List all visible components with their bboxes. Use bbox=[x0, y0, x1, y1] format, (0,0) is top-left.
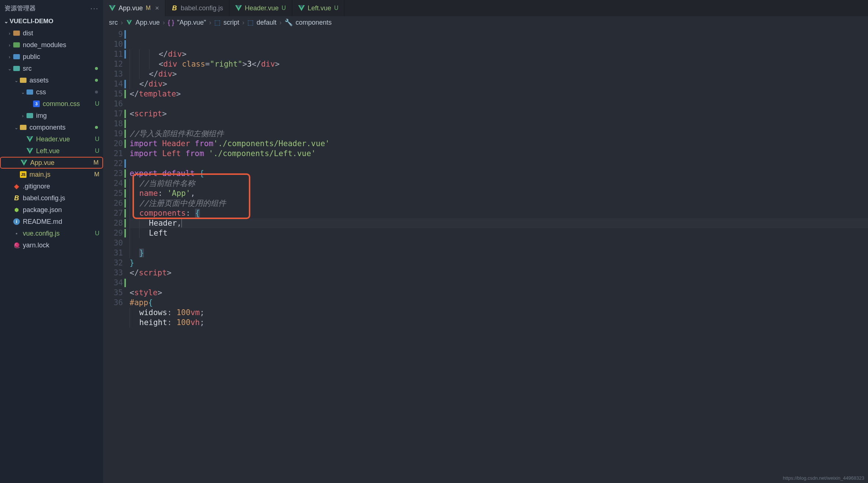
folder-green-icon bbox=[13, 41, 21, 49]
chevron-right-icon: › bbox=[209, 19, 211, 27]
vue-icon bbox=[109, 5, 116, 11]
breadcrumb[interactable]: src›App.vue›{ }"App.vue"›⬚script›⬚defaul… bbox=[103, 16, 868, 29]
tree-item[interactable]: ›img bbox=[0, 110, 103, 121]
tab-badge: U bbox=[282, 5, 286, 11]
code-line[interactable]: } bbox=[130, 248, 868, 258]
project-name-row[interactable]: ⌄ VUECLI-DEMO bbox=[0, 16, 103, 27]
code-line[interactable]: //导入头部组件和左侧组件 bbox=[130, 129, 868, 139]
folder-blue-icon bbox=[26, 88, 34, 96]
vueconf-icon: ▪ bbox=[13, 229, 21, 237]
code-line[interactable]: } bbox=[130, 258, 868, 268]
code-line[interactable]: <style> bbox=[130, 288, 868, 298]
more-icon[interactable]: ··· bbox=[90, 4, 99, 13]
code-line[interactable]: Header, bbox=[130, 218, 868, 228]
line-number: 16 bbox=[103, 99, 123, 109]
close-icon[interactable]: × bbox=[155, 4, 159, 12]
code-line[interactable]: widows: 100vm; bbox=[130, 308, 868, 318]
chevron-icon: › bbox=[7, 54, 13, 60]
code-line[interactable]: export default { bbox=[130, 169, 868, 179]
code-line[interactable] bbox=[130, 278, 868, 288]
code-area[interactable]: 9101112131415161718192021222324252627282… bbox=[103, 29, 868, 483]
code-line[interactable]: //当前组件名称 bbox=[130, 179, 868, 188]
breadcrumb-segment[interactable]: default bbox=[257, 19, 276, 27]
tree-item[interactable]: App.vueM bbox=[0, 157, 103, 169]
chevron-right-icon: › bbox=[163, 19, 165, 27]
code-line[interactable] bbox=[130, 119, 868, 129]
editor-tab[interactable]: Bbabel.config.js bbox=[165, 0, 229, 16]
tree-item[interactable]: iREADME.md bbox=[0, 216, 103, 228]
code-line[interactable]: //注册页面中使用的组件 bbox=[130, 198, 868, 208]
tree-item[interactable]: 3common.cssU bbox=[0, 98, 103, 110]
chevron-icon: › bbox=[7, 31, 13, 36]
tree-item[interactable]: ›dist bbox=[0, 27, 103, 39]
line-number: 11 bbox=[103, 49, 123, 59]
tree-label: common.css bbox=[43, 100, 95, 108]
folder-yellow-icon bbox=[19, 76, 27, 84]
code-line[interactable]: <script> bbox=[130, 109, 868, 119]
code-line[interactable] bbox=[130, 99, 868, 109]
tree-item[interactable]: ›node_modules bbox=[0, 39, 103, 51]
breadcrumb-segment[interactable]: components bbox=[296, 19, 332, 27]
tree-item[interactable]: ▪vue.config.jsU bbox=[0, 228, 103, 239]
tree-item[interactable]: 🧶yarn.lock bbox=[0, 239, 103, 251]
chevron-icon: ⌄ bbox=[7, 66, 13, 71]
line-number: 21 bbox=[103, 149, 123, 159]
line-number: 18 bbox=[103, 119, 123, 129]
breadcrumb-segment[interactable]: src bbox=[109, 19, 118, 27]
tree-item[interactable]: ⌄assets bbox=[0, 74, 103, 86]
line-number: 34 bbox=[103, 278, 123, 288]
editor-tab[interactable]: Header.vueU bbox=[229, 0, 292, 16]
code-content[interactable]: </div> <div class="right">3</div> </div>… bbox=[130, 29, 868, 483]
tree-label: package.json bbox=[23, 206, 103, 214]
tree-item[interactable]: ›public bbox=[0, 51, 103, 63]
tree-item[interactable]: ⌄src bbox=[0, 63, 103, 74]
tree-label: node_modules bbox=[23, 41, 103, 49]
line-number: 22 bbox=[103, 159, 123, 169]
cube-icon: ⬚ bbox=[214, 18, 220, 27]
tree-item[interactable]: Bbabel.config.js bbox=[0, 192, 103, 204]
babel-icon: B bbox=[171, 4, 178, 12]
gutter: 9101112131415161718192021222324252627282… bbox=[103, 29, 130, 483]
code-line[interactable]: Left bbox=[130, 228, 868, 238]
tree-item[interactable]: ⌄components bbox=[0, 121, 103, 133]
tree-label: App.vue bbox=[30, 159, 93, 167]
breadcrumb-segment[interactable]: "App.vue" bbox=[177, 19, 206, 27]
sidebar-header: 资源管理器 ··· bbox=[0, 0, 103, 16]
tree-label: public bbox=[23, 53, 103, 61]
chevron-icon: ⌄ bbox=[20, 89, 26, 95]
code-line[interactable]: height: 100vh; bbox=[130, 318, 868, 328]
tree-label: dist bbox=[23, 29, 103, 37]
breadcrumb-segment[interactable]: script bbox=[223, 19, 239, 27]
editor-tab[interactable]: Left.vueU bbox=[292, 0, 345, 16]
tree-item[interactable]: ⌄css bbox=[0, 86, 103, 98]
code-line[interactable]: import Header from'./components/Header.v… bbox=[130, 139, 868, 149]
tree-item[interactable]: ⬢package.json bbox=[0, 204, 103, 216]
code-line[interactable]: components: { bbox=[130, 208, 868, 218]
code-line[interactable]: name: 'App', bbox=[130, 188, 868, 198]
line-number: 23 bbox=[103, 169, 123, 179]
tree-item[interactable]: Left.vueU bbox=[0, 145, 103, 157]
line-number: 35 bbox=[103, 288, 123, 298]
info-icon: i bbox=[13, 218, 21, 226]
code-line[interactable]: </div> bbox=[130, 69, 868, 79]
line-number: 17 bbox=[103, 109, 123, 119]
tree-item[interactable]: Header.vueU bbox=[0, 133, 103, 145]
tree-item[interactable]: ◆.gitignore bbox=[0, 180, 103, 192]
code-line[interactable] bbox=[130, 238, 868, 248]
breadcrumb-segment[interactable]: App.vue bbox=[135, 19, 160, 27]
tree-item[interactable]: JSmain.jsM bbox=[0, 169, 103, 180]
code-line[interactable]: </div> bbox=[130, 79, 868, 89]
code-line[interactable]: <div class="right">3</div> bbox=[130, 59, 868, 69]
tree-label: components bbox=[29, 124, 95, 131]
code-line[interactable]: import Left from './components/Left.vue' bbox=[130, 149, 868, 159]
code-line[interactable]: </script> bbox=[130, 268, 868, 278]
editor-tab[interactable]: App.vueM× bbox=[103, 0, 165, 16]
tree-label: src bbox=[23, 65, 95, 73]
code-line[interactable] bbox=[130, 159, 868, 169]
code-line[interactable]: </div> bbox=[130, 49, 868, 59]
line-number: 33 bbox=[103, 268, 123, 278]
code-line[interactable]: #app{ bbox=[130, 298, 868, 308]
tree-label: img bbox=[36, 112, 103, 120]
line-number: 26 bbox=[103, 198, 123, 208]
code-line[interactable]: </template> bbox=[130, 89, 868, 99]
